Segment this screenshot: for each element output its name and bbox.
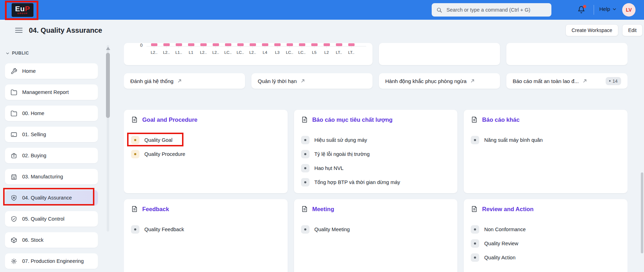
x-axis-tick-label: L2.. <box>151 50 157 55</box>
card-link-nang-suat-may-binh-quan[interactable]: Năng suất máy bình quân <box>471 133 620 147</box>
workspace-content: 0 L2..L2..L1..L1L2..L2..LC..LC..L2..L4L3… <box>124 42 627 272</box>
logo-text: EuP <box>15 5 30 12</box>
box-icon <box>11 237 17 243</box>
clipped-card-2 <box>379 43 500 65</box>
notifications-bell-button[interactable] <box>577 6 587 15</box>
card-link-quality-review[interactable]: Quality Review <box>471 236 620 251</box>
help-menu[interactable]: Help <box>599 6 617 12</box>
chart-bar: LT.. <box>333 43 345 55</box>
sidebar-item-07-production-engineering[interactable]: 07. Production Engineering <box>5 253 98 269</box>
count-badge: 14 <box>606 77 621 85</box>
logo-subtext: GROUP <box>17 12 28 15</box>
sidebar-item-05-quality-control[interactable]: 05. Quality Control <box>5 211 98 227</box>
x-axis-tick-label: L2.. <box>212 50 219 55</box>
folder-icon <box>11 110 17 117</box>
x-axis-tick-label: L4 <box>263 50 267 55</box>
sidebar-item-01-selling[interactable]: 01. Selling <box>5 127 98 142</box>
card-link-hao-hut-nvl[interactable]: Hao hụt NVL <box>301 161 451 175</box>
shortcut-hanh-dong-khac-phuc[interactable]: Hành động khắc phục phòng ngừa <box>379 73 500 89</box>
create-workspace-button[interactable]: Create Workspace <box>565 24 618 36</box>
bullet-icon <box>301 178 310 186</box>
chart-bar: L1.. <box>173 43 185 55</box>
x-axis-tick-label: LT.. <box>348 50 355 55</box>
sidebar-item-home[interactable]: Home <box>5 63 98 79</box>
card-link-hieu-suat-su-dung-may[interactable]: Hiệu suất sử dụng máy <box>301 133 451 147</box>
bullet-icon <box>471 253 479 262</box>
sidebar-item-02-buying[interactable]: 02. Buying <box>5 148 98 163</box>
page-header: 04. Quality Assurance Create Workspace E… <box>0 20 644 41</box>
workspace-sidebar: PUBLIC Home Management Report 00. Home 0… <box>5 42 98 272</box>
chart-bar: LC.. <box>234 43 246 55</box>
chart-bar: L2.. <box>160 43 173 55</box>
y-axis-zero-tick: 0 <box>140 43 143 48</box>
card-link-non-conformance[interactable]: Non Conformance <box>471 222 620 236</box>
sidebar-item-04-quality-assurance[interactable]: 04. Quality Assurance <box>5 190 98 205</box>
document-icon <box>131 205 138 213</box>
top-navbar: EuP GROUP Help LV <box>0 0 644 20</box>
chart-bar: L3 <box>271 43 283 55</box>
app-logo[interactable]: EuP GROUP <box>12 3 33 17</box>
chart-bar: LC.. <box>283 43 296 55</box>
shortcut-quan-ly-thoi-han[interactable]: Quản lý thời hạn <box>251 73 373 89</box>
card-link-quality-meeting[interactable]: Quality Meeting <box>301 222 451 236</box>
edit-button[interactable]: Edit <box>622 24 643 36</box>
chart-bar: L2.. <box>148 43 160 55</box>
bullet-icon <box>301 164 310 172</box>
sidebar-item-03-manufacturing[interactable]: 03. Manufacturing <box>5 169 98 184</box>
topbar-divider <box>594 5 594 15</box>
document-icon <box>471 205 478 213</box>
x-axis-tick-label: L2 <box>324 50 329 55</box>
briefcase-icon <box>11 152 17 159</box>
x-axis-tick-label: L5 <box>312 50 317 55</box>
badge-dot-icon <box>609 80 611 82</box>
external-link-arrow-icon <box>470 78 475 83</box>
chart-bar: L5 <box>308 43 320 55</box>
page-title: 04. Quality Assurance <box>29 26 102 34</box>
page-scrollbar-thumb[interactable] <box>641 172 643 253</box>
clipped-card-3 <box>506 43 627 65</box>
card-link-quality-action[interactable]: Quality Action <box>471 251 620 265</box>
card-title: Báo cáo mục tiêu chất lượng <box>312 116 393 123</box>
chart-bar: LC.. <box>222 43 234 55</box>
x-axis-tick-label: L1 <box>189 50 193 55</box>
sidebar-item-06-stock[interactable]: 06. Stock <box>5 232 98 248</box>
chart-bar: L2.. <box>246 43 259 55</box>
global-search[interactable] <box>432 3 551 17</box>
x-axis-tick-label: LC.. <box>286 50 293 55</box>
chart-bar: L4 <box>259 43 271 55</box>
chevron-down-icon <box>612 7 617 11</box>
sidebar-item-00-home[interactable]: 00. Home <box>5 106 98 121</box>
external-link-arrow-icon <box>582 78 587 83</box>
bar-chart-card: 0 L2..L2..L1..L1L2..L2..LC..LC..L2..L4L3… <box>124 43 373 65</box>
sidebar-scrollbar-up-arrow[interactable] <box>106 47 110 50</box>
card-title: Meeting <box>312 206 334 213</box>
card-link-quality-procedure[interactable]: Quality Procedure <box>131 147 281 161</box>
card-link-ty-le-loi-ngoai-thi-truong[interactable]: Tỷ lệ lỗi ngoài thị trường <box>301 147 451 161</box>
user-avatar[interactable]: LV <box>622 3 636 17</box>
card-goal-and-procedure: Goal and Procedure Quality Goal Quality … <box>124 110 288 193</box>
card-link-quality-feedback[interactable]: Quality Feedback <box>131 222 281 236</box>
x-axis-tick-label: LC.. <box>237 50 244 55</box>
document-icon <box>301 205 308 213</box>
sidebar-section-public[interactable]: PUBLIC <box>6 51 98 56</box>
bullet-icon <box>131 150 139 158</box>
sidebar-section-label: PUBLIC <box>12 51 29 56</box>
card-icon <box>11 131 17 138</box>
card-title: Báo cáo khác <box>482 116 519 123</box>
factory-icon <box>11 173 17 180</box>
help-label: Help <box>599 6 610 12</box>
card-link-quality-goal[interactable]: Quality Goal <box>131 133 281 147</box>
x-axis-tick-label: L2.. <box>200 50 207 55</box>
sidebar-toggle-hamburger-icon[interactable] <box>15 26 23 34</box>
sidebar-item-management-report[interactable]: Management Report <box>5 84 98 100</box>
x-axis-tick-label: LC.. <box>298 50 306 55</box>
shortcut-bao-cao-mat-an-toan[interactable]: Báo cáo mất an toàn lao đ... 14 <box>506 73 627 89</box>
bullet-icon <box>131 136 139 144</box>
card-bao-cao-muc-tieu-chat-luong: Báo cáo mục tiêu chất lượng Hiệu suất sử… <box>294 110 458 193</box>
card-title: Goal and Procedure <box>142 116 198 123</box>
shortcut-danh-gia-he-thong[interactable]: Đánh giá hệ thống <box>124 73 245 89</box>
search-input[interactable] <box>446 7 547 13</box>
external-link-arrow-icon <box>177 78 182 83</box>
card-link-tong-hop-btp[interactable]: Tổng hợp BTP và thời gian dừng máy <box>301 175 451 189</box>
sidebar-scrollbar-thumb[interactable] <box>106 53 110 118</box>
